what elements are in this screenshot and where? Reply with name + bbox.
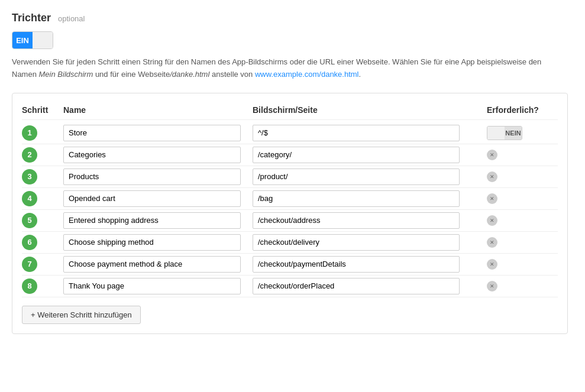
- step-cell: 4: [22, 191, 63, 206]
- desc-text4: .: [359, 70, 361, 79]
- step-cell: 7: [22, 257, 63, 272]
- step-badge: 2: [22, 147, 37, 163]
- required-cell: [487, 259, 558, 270]
- table-row: 1NEIN: [22, 122, 558, 144]
- step-cell: 5: [22, 213, 63, 228]
- screen-input[interactable]: [253, 256, 460, 273]
- name-input[interactable]: [63, 234, 241, 251]
- step-cell: 8: [22, 278, 63, 294]
- remove-step-button[interactable]: [487, 171, 497, 182]
- description-text: Verwenden Sie für jeden Schritt einen St…: [12, 56, 544, 81]
- desc-italic2: /danke.html: [170, 70, 209, 79]
- required-cell: [487, 281, 558, 291]
- remove-step-button[interactable]: [487, 193, 497, 204]
- remove-step-button[interactable]: [487, 150, 497, 160]
- header-step: Schritt: [22, 105, 63, 115]
- screen-input[interactable]: [253, 278, 460, 294]
- name-input[interactable]: [63, 278, 241, 294]
- table-header: Schritt Name Bildschirm/Seite Erforderli…: [22, 103, 558, 120]
- required-cell: [487, 215, 558, 226]
- required-cell: NEIN: [487, 126, 558, 140]
- table-row: 8: [22, 276, 558, 297]
- required-toggle[interactable]: NEIN: [487, 126, 522, 140]
- funnel-table: Schritt Name Bildschirm/Seite Erforderli…: [12, 93, 568, 334]
- table-row: 4: [22, 188, 558, 210]
- header-name: Name: [63, 105, 253, 115]
- remove-step-button[interactable]: [487, 215, 497, 226]
- step-cell: 3: [22, 169, 63, 184]
- step-badge: 1: [22, 125, 37, 141]
- step-badge: 8: [22, 278, 37, 294]
- remove-step-button[interactable]: [487, 281, 497, 291]
- req-ja: [487, 127, 505, 140]
- step-badge: 3: [22, 169, 37, 184]
- required-cell: [487, 150, 558, 160]
- table-row: 5: [22, 210, 558, 232]
- header-screen: Bildschirm/Seite: [253, 105, 487, 115]
- desc-text2: und für eine Webseite: [93, 70, 170, 79]
- desc-text3: anstelle von: [209, 70, 255, 79]
- name-input[interactable]: [63, 147, 241, 163]
- step-badge: 7: [22, 257, 37, 272]
- table-row: 2: [22, 144, 558, 166]
- required-cell: [487, 171, 558, 182]
- remove-step-button[interactable]: [487, 259, 497, 270]
- req-nein: NEIN: [505, 127, 522, 140]
- required-cell: [487, 237, 558, 248]
- toggle-switch[interactable]: EIN: [12, 31, 53, 49]
- toggle-on-label: EIN: [12, 32, 33, 48]
- step-badge: 5: [22, 213, 37, 228]
- header-required: Erforderlich?: [487, 105, 558, 115]
- name-input[interactable]: [63, 190, 241, 207]
- table-row: 6: [22, 232, 558, 254]
- screen-input[interactable]: [253, 169, 460, 185]
- name-input[interactable]: [63, 169, 241, 185]
- step-badge: 4: [22, 191, 37, 206]
- step-cell: 1: [22, 125, 63, 141]
- section-header: Trichter optional: [12, 12, 573, 24]
- name-input[interactable]: [63, 212, 241, 229]
- remove-step-button[interactable]: [487, 237, 497, 248]
- step-cell: 6: [22, 235, 63, 250]
- screen-input[interactable]: [253, 190, 460, 207]
- step-cell: 2: [22, 147, 63, 163]
- screen-input[interactable]: [253, 212, 460, 229]
- screen-input[interactable]: [253, 234, 460, 251]
- step-badge: 6: [22, 235, 37, 250]
- add-step-button[interactable]: + Weiteren Schritt hinzufügen: [22, 306, 141, 324]
- section-title: Trichter: [12, 12, 51, 24]
- toggle-off-area: [33, 32, 53, 48]
- toggle-row: EIN: [12, 31, 573, 49]
- name-input[interactable]: [63, 256, 241, 273]
- screen-input[interactable]: [253, 125, 460, 141]
- desc-italic1: Mein Bildschirm: [39, 70, 93, 79]
- required-cell: [487, 193, 558, 204]
- table-row: 7: [22, 254, 558, 276]
- desc-link[interactable]: www.example.com/danke.html: [255, 70, 359, 79]
- optional-label: optional: [58, 14, 85, 23]
- name-input[interactable]: [63, 125, 241, 141]
- table-row: 3: [22, 166, 558, 188]
- table-rows-container: 1NEIN2345678: [22, 122, 558, 297]
- screen-input[interactable]: [253, 147, 460, 163]
